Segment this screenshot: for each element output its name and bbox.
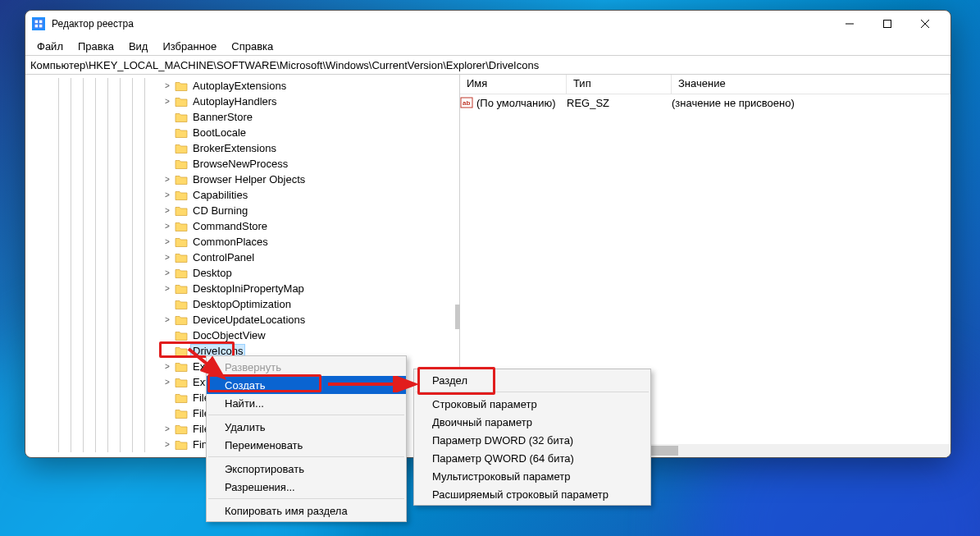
tree-item[interactable]: >Desktop [25, 265, 459, 281]
tree-item[interactable]: >CommonPlaces [25, 234, 459, 250]
menu-item-label: Раздел [432, 374, 467, 387]
chevron-right-icon[interactable]: > [162, 206, 173, 215]
chevron-right-icon[interactable]: > [162, 222, 173, 231]
folder-icon [175, 283, 188, 295]
submenu-item[interactable]: Двоичный параметр [414, 413, 650, 431]
tree-item[interactable]: BannerStore [25, 109, 459, 125]
submenu-item[interactable]: Параметр QWORD (64 бита) [414, 449, 650, 467]
chevron-right-icon[interactable]: > [162, 440, 173, 449]
minimize-button[interactable] [831, 11, 868, 37]
menu-file[interactable]: Файл [30, 39, 70, 54]
folder-icon [175, 408, 188, 419]
menu-item-label: Удалить [225, 421, 266, 433]
tree-item[interactable]: DocObjectView [25, 328, 459, 343]
chevron-right-icon[interactable]: > [162, 424, 173, 433]
menu-item-label: Строковый параметр [432, 398, 537, 410]
folder-icon [175, 392, 188, 404]
context-menu-item[interactable]: Создать▶ [207, 376, 406, 394]
close-button[interactable] [906, 11, 944, 37]
folder-icon [175, 268, 188, 279]
chevron-right-icon[interactable]: > [162, 268, 173, 277]
menu-separator [208, 498, 404, 499]
menu-item-label: Создать [225, 379, 265, 392]
submenu-item[interactable]: Расширяемый строковый параметр [414, 485, 650, 503]
submenu-item[interactable]: Мультистроковый параметр [414, 467, 650, 485]
tree-item[interactable]: BootLocale [25, 125, 459, 140]
menu-edit[interactable]: Правка [71, 39, 121, 54]
submenu-item[interactable]: Раздел [414, 371, 650, 389]
address-text: Компьютер\HKEY_LOCAL_MACHINE\SOFTWARE\Mi… [30, 59, 539, 71]
context-menu-item[interactable]: Копировать имя раздела [207, 502, 406, 520]
col-header-name[interactable]: Имя [460, 75, 567, 94]
folder-icon [175, 174, 188, 186]
context-menu-item[interactable]: Переименовать [207, 436, 406, 454]
context-menu-item: Развернуть [207, 358, 406, 376]
splitter-grip[interactable] [455, 305, 460, 329]
chevron-right-icon[interactable]: > [162, 175, 173, 184]
chevron-right-icon[interactable]: > [162, 284, 173, 293]
menu-item-label: Найти... [225, 397, 264, 410]
menu-item-label: Мультистроковый параметр [432, 470, 571, 483]
tree-item-label: BrowseNewProcess [191, 158, 289, 170]
col-header-value[interactable]: Значение [672, 75, 950, 94]
context-menu-item[interactable]: Удалить [207, 418, 406, 436]
svg-rect-4 [39, 25, 43, 28]
chevron-right-icon[interactable]: > [162, 81, 173, 90]
tree-item[interactable]: >ControlPanel [25, 250, 459, 265]
folder-icon [175, 439, 188, 451]
tree-item[interactable]: BrowseNewProcess [25, 156, 459, 172]
chevron-right-icon[interactable]: > [162, 362, 173, 371]
tree-item-label: DocObjectView [191, 329, 267, 341]
tree-item[interactable]: DesktopOptimization [25, 296, 459, 312]
tree-item[interactable]: >Capabilities [25, 187, 459, 203]
tree-item[interactable]: >DesktopIniPropertyMap [25, 281, 459, 296]
tree-item[interactable]: BrokerExtensions [25, 140, 459, 156]
context-menu-item[interactable]: Найти... [207, 394, 406, 412]
tree-item[interactable]: >CD Burning [25, 203, 459, 218]
menu-favorites[interactable]: Избранное [156, 39, 223, 54]
col-header-type[interactable]: Тип [567, 75, 672, 94]
folder-icon [175, 205, 188, 217]
menu-view[interactable]: Вид [122, 39, 155, 54]
context-menu-item[interactable]: Разрешения... [207, 478, 406, 496]
menu-item-label: Копировать имя раздела [225, 505, 348, 517]
chevron-right-icon[interactable]: > [162, 378, 173, 387]
tree-item-label: DesktopOptimization [191, 298, 293, 310]
context-menu-item[interactable]: Экспортировать [207, 460, 406, 478]
tree-item-label: Desktop [191, 267, 234, 279]
app-icon [32, 17, 45, 30]
folder-icon [175, 143, 188, 154]
tree-item-label: ControlPanel [191, 251, 256, 263]
chevron-right-icon[interactable]: > [162, 237, 173, 246]
maximize-button[interactable] [868, 11, 906, 37]
chevron-right-icon[interactable]: > [162, 253, 173, 262]
tree-item[interactable]: >AutoplayHandlers [25, 94, 459, 109]
tree-item[interactable]: >DeviceUpdateLocations [25, 312, 459, 328]
submenu-arrow-icon: ▶ [393, 381, 399, 390]
tree-item[interactable]: >Browser Helper Objects [25, 172, 459, 187]
folder-icon [175, 127, 188, 139]
folder-icon [175, 424, 188, 435]
menu-item-label: Расширяемый строковый параметр [432, 488, 609, 501]
tree-item[interactable]: >AutoplayExtensions [25, 78, 459, 94]
list-row[interactable]: ab (По умолчанию) REG_SZ (значение не пр… [460, 94, 950, 111]
chevron-right-icon[interactable]: > [162, 315, 173, 324]
folder-icon [175, 377, 188, 388]
folder-icon [175, 158, 188, 170]
menu-help[interactable]: Справка [225, 39, 280, 54]
menu-item-label: Двоичный параметр [432, 416, 532, 428]
tree-item-label: CD Burning [191, 204, 249, 217]
folder-icon [175, 80, 188, 92]
menu-item-label: Переименовать [225, 439, 303, 451]
chevron-right-icon[interactable]: > [162, 97, 173, 106]
tree-item-label: BannerStore [191, 111, 254, 123]
chevron-right-icon[interactable]: > [162, 190, 173, 199]
folder-icon [175, 96, 188, 108]
menu-item-label: Экспортировать [225, 463, 304, 475]
submenu-item[interactable]: Строковый параметр [414, 395, 650, 413]
folder-icon [175, 361, 188, 373]
submenu-item[interactable]: Параметр DWORD (32 бита) [414, 431, 650, 449]
menu-item-label: Параметр QWORD (64 бита) [432, 452, 574, 465]
address-bar[interactable]: Компьютер\HKEY_LOCAL_MACHINE\SOFTWARE\Mi… [25, 55, 950, 75]
tree-item[interactable]: >CommandStore [25, 218, 459, 234]
